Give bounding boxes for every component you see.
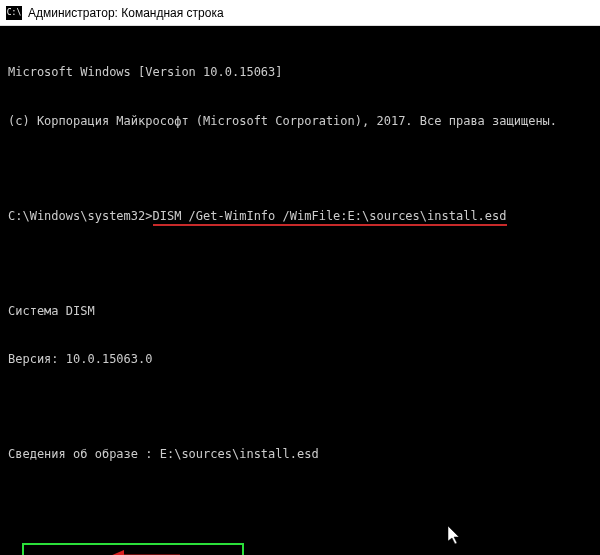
image-info-header: Сведения об образе : E:\sources\install.… — [8, 446, 592, 462]
window-titlebar[interactable]: C:\ Администратор: Командная строка — [0, 0, 600, 26]
command-line-1: C:\Windows\system32>DISM /Get-WimInfo /W… — [8, 208, 592, 224]
header-version: Microsoft Windows [Version 10.0.15063] — [8, 64, 592, 80]
dism-version: Версия: 10.0.15063.0 — [8, 351, 592, 367]
terminal-area[interactable]: Microsoft Windows [Version 10.0.15063] (… — [0, 26, 600, 555]
cmd-icon: C:\ — [6, 6, 22, 20]
highlighted-image-1: Индекс: 1 Имя : Windows 10 Pro Описание … — [22, 543, 244, 555]
dism-command: DISM /Get-WimInfo /WimFile:E:\sources\in… — [153, 209, 507, 226]
dism-label: Cистема DISM — [8, 303, 592, 319]
svg-marker-1 — [110, 550, 124, 555]
arrow-annotation-icon — [110, 548, 180, 555]
window-title: Администратор: Командная строка — [28, 6, 224, 20]
header-copyright: (c) Корпорация Майкрософт (Microsoft Cor… — [8, 113, 592, 129]
prompt-path: C:\Windows\system32> — [8, 209, 153, 223]
mouse-cursor-icon — [448, 526, 462, 546]
